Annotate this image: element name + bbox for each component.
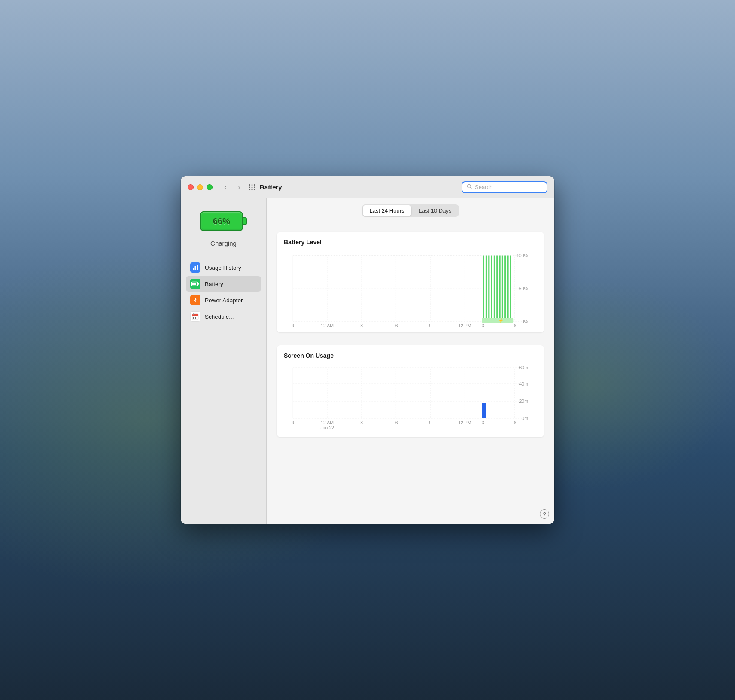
sidebar-item-schedule[interactable]: Schedule... [186,309,261,324]
svg-rect-11 [193,268,194,270]
sidebar: 66% Charging Usage History [181,198,267,524]
search-input[interactable] [475,184,542,190]
battery-chart-svg: 100% 50% 0% [284,251,537,328]
svg-rect-44 [491,256,492,322]
svg-rect-41 [483,256,484,322]
forward-button[interactable]: › [233,181,245,193]
svg-point-1 [252,184,253,186]
svg-text:40m: 40m [519,382,528,387]
battery-tip [243,217,247,225]
svg-text:3: 3 [482,420,484,425]
svg-rect-13 [197,265,198,270]
search-box[interactable] [462,181,547,193]
help-button[interactable]: ? [540,509,549,519]
svg-rect-24 [195,317,196,318]
svg-text::6: :6 [394,323,398,328]
minimize-button[interactable] [197,184,203,190]
screen-usage-wrapper: 60m 40m 20m 0m [284,364,537,433]
svg-rect-45 [494,256,495,322]
svg-rect-23 [193,317,194,318]
screen-usage-title: Screen On Usage [284,352,537,359]
sidebar-item-power-adapter[interactable]: Power Adapter [186,292,261,308]
svg-text:3: 3 [360,420,363,425]
svg-text:3: 3 [482,323,484,328]
svg-rect-25 [193,318,194,319]
sidebar-item-usage-history[interactable]: Usage History [186,260,261,275]
charts-region: Battery Level 100% 50% 0% [267,223,554,524]
schedule-icon [190,311,200,322]
svg-text:0%: 0% [522,319,528,324]
svg-text:12 AM: 12 AM [321,323,334,328]
battery-nav-icon [190,279,200,289]
tab-group: Last 24 Hours Last 10 Days [362,204,459,217]
battery-level-title: Battery Level [284,239,537,246]
close-button[interactable] [188,184,194,190]
titlebar: ‹ › Battery [181,176,554,198]
search-icon [467,184,472,191]
back-button[interactable]: ‹ [219,181,231,193]
svg-rect-46 [496,256,498,322]
battery-indicator: 66% [200,211,247,231]
power-adapter-icon [190,295,200,305]
system-preferences-window: ‹ › Battery [181,176,554,524]
svg-point-5 [254,186,255,188]
svg-point-6 [249,189,250,190]
svg-rect-15 [192,283,196,285]
maximize-button[interactable] [207,184,213,190]
main-content: 66% Charging Usage History [181,198,554,524]
svg-marker-17 [194,298,197,303]
charging-label: Charging [210,240,237,247]
sidebar-item-battery[interactable]: Battery [186,276,261,292]
svg-rect-12 [195,266,196,270]
svg-text:50%: 50% [519,286,528,291]
grid-icon[interactable] [249,184,255,191]
svg-text:12 AM: 12 AM [321,420,334,425]
schedule-label: Schedule... [205,313,234,320]
tab-last10d[interactable]: Last 10 Days [412,205,459,216]
battery-level-chart: Battery Level 100% 50% 0% [277,232,544,332]
svg-text:12 PM: 12 PM [458,323,471,328]
battery-percent: 66% [213,216,230,226]
traffic-lights [188,184,213,190]
svg-text::6: :6 [513,420,516,425]
usage-history-icon [190,262,200,273]
svg-point-4 [252,186,253,188]
svg-text:Jun 22: Jun 22 [320,426,334,430]
svg-rect-26 [195,318,196,319]
nav-buttons: ‹ › [219,181,245,193]
sidebar-nav: Usage History Battery [181,260,266,324]
svg-point-2 [254,184,255,186]
svg-text:9: 9 [429,323,431,328]
svg-line-10 [471,187,472,189]
svg-rect-50 [507,256,508,322]
svg-rect-16 [198,283,199,285]
svg-rect-20 [192,315,198,316]
svg-text:20m: 20m [519,399,528,404]
tab-last24h[interactable]: Last 24 Hours [363,205,411,216]
svg-text:0m: 0m [522,416,528,421]
screen-on-usage-chart: Screen On Usage 60m 40m 20m 0m [277,345,544,437]
svg-rect-43 [488,256,489,322]
svg-rect-51 [510,256,511,322]
tab-bar: Last 24 Hours Last 10 Days [267,198,554,223]
svg-rect-78 [482,403,486,418]
svg-text::6: :6 [513,323,516,328]
svg-rect-42 [486,256,487,322]
battery-level-wrapper: 100% 50% 0% [284,251,537,328]
battery-label: Battery [205,281,223,287]
svg-text:⚡: ⚡ [498,318,504,323]
battery-body: 66% [200,211,243,231]
svg-rect-49 [504,256,506,322]
window-title: Battery [260,183,462,191]
usage-history-label: Usage History [205,265,241,271]
svg-rect-47 [499,256,501,322]
svg-point-8 [254,189,255,190]
svg-text::6: :6 [394,420,398,425]
svg-text:9: 9 [292,323,294,328]
screen-chart-svg: 60m 40m 20m 0m [284,364,537,433]
svg-text:12 PM: 12 PM [458,420,471,425]
svg-point-7 [252,189,253,190]
svg-rect-48 [502,256,503,322]
main-panel: Last 24 Hours Last 10 Days Battery Level… [267,198,554,524]
svg-point-0 [249,184,250,186]
